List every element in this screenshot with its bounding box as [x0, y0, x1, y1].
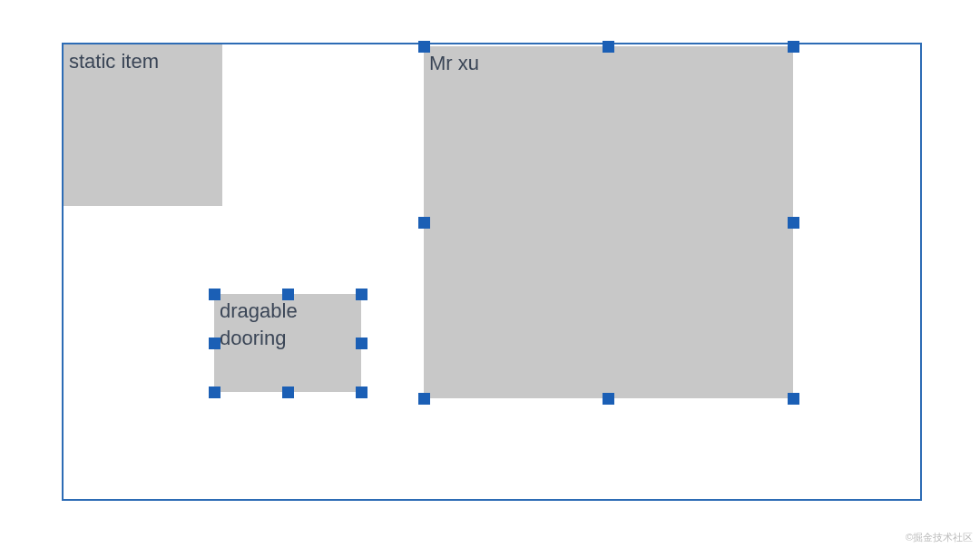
resize-handle-top-middle[interactable]	[282, 289, 294, 300]
box-label: Mr xu	[429, 52, 479, 74]
resize-handle-top-left[interactable]	[418, 41, 430, 53]
resize-handle-middle-right[interactable]	[356, 338, 368, 349]
resize-handle-top-right[interactable]	[356, 289, 368, 300]
resize-handle-bottom-right[interactable]	[356, 387, 368, 398]
resize-handle-middle-right[interactable]	[788, 217, 799, 229]
resize-handle-bottom-right[interactable]	[788, 393, 799, 405]
static-item-box: static item	[64, 44, 222, 206]
resize-handle-top-right[interactable]	[788, 41, 799, 53]
watermark-text: ©掘金技术社区	[906, 531, 973, 544]
draggable-box-mrxu[interactable]: Mr xu	[424, 46, 793, 398]
box-label: dragable dooring	[220, 299, 298, 349]
resize-handle-bottom-middle[interactable]	[603, 393, 614, 405]
draggable-box-dooring[interactable]: dragable dooring	[214, 294, 361, 392]
drag-canvas[interactable]: static item dragable dooring Mr xu	[62, 43, 922, 501]
resize-handle-top-middle[interactable]	[603, 41, 614, 53]
resize-handle-bottom-left[interactable]	[209, 387, 220, 398]
resize-handle-top-left[interactable]	[209, 289, 220, 300]
box-label: static item	[69, 50, 159, 73]
resize-handle-bottom-left[interactable]	[418, 393, 430, 405]
resize-handle-middle-left[interactable]	[209, 338, 220, 349]
resize-handle-middle-left[interactable]	[418, 217, 430, 229]
resize-handle-bottom-middle[interactable]	[282, 387, 294, 398]
